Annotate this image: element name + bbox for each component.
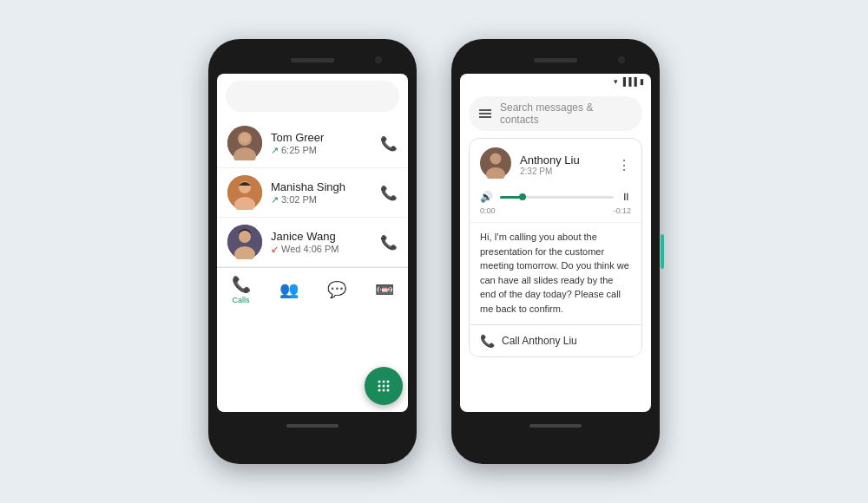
fab-button[interactable] — [365, 367, 403, 405]
left-phone-top-bar — [217, 51, 408, 69]
left-phone-camera — [375, 56, 382, 63]
audio-player: 🔊 ⏸ 0:00 -0:12 — [470, 187, 641, 222]
avatar — [480, 147, 511, 182]
contact-info: Tom Greer ↗ 6:25 PM — [271, 131, 372, 156]
contact-info: Manisha Singh ↗ 3:02 PM — [271, 180, 372, 206]
signal-icon: ▐▐▐ — [621, 77, 637, 86]
call-button[interactable]: 📞 — [380, 135, 398, 152]
nav-calls-label: Calls — [232, 296, 249, 304]
call-button[interactable]: 📞 — [380, 185, 398, 201]
right-phone-top-bar — [460, 51, 651, 69]
svg-point-16 — [378, 389, 381, 392]
messages-icon: 💬 — [327, 280, 346, 299]
pause-button[interactable]: ⏸ — [621, 191, 631, 203]
bottom-nav: 📞 Calls 👥 💬 📼 — [217, 267, 408, 308]
svg-point-13 — [378, 385, 381, 388]
svg-point-12 — [387, 381, 390, 383]
audio-current-time: 0:00 — [480, 206, 496, 215]
calls-icon: 📞 — [232, 275, 251, 294]
right-search-bar[interactable]: Search messages & contacts — [469, 96, 642, 131]
audio-controls: 🔊 ⏸ — [480, 191, 631, 203]
message-contact-name: Anthony Liu — [520, 154, 608, 167]
janice-wang-avatar-svg — [227, 225, 262, 259]
svg-point-8 — [239, 231, 251, 243]
outgoing-call-icon: ↗ — [271, 145, 279, 156]
tom-greer-avatar-svg — [227, 126, 262, 160]
right-phone-speaker — [534, 58, 577, 62]
phones-container: Tom Greer ↗ 6:25 PM 📞 — [208, 39, 660, 464]
audio-remaining-time: -0:12 — [613, 206, 631, 215]
left-phone: Tom Greer ↗ 6:25 PM 📞 — [208, 39, 417, 464]
contact-name: Manisha Singh — [271, 180, 372, 193]
nav-item-voicemail[interactable]: 📼 — [375, 280, 394, 299]
svg-point-15 — [387, 385, 390, 388]
contacts-icon: 👥 — [279, 280, 299, 299]
audio-progress-bar[interactable] — [500, 196, 614, 199]
volume-icon[interactable]: 🔊 — [480, 191, 493, 203]
menu-icon[interactable] — [479, 109, 491, 118]
nav-item-calls[interactable]: 📞 Calls — [232, 275, 251, 304]
left-phone-speaker — [291, 58, 334, 62]
contact-name: Tom Greer — [271, 131, 372, 144]
right-phone-bottom-bar — [460, 417, 651, 434]
svg-point-18 — [387, 389, 390, 392]
left-search-bar[interactable] — [226, 81, 399, 112]
contact-name: Janice Wang — [271, 230, 372, 243]
audio-progress-fill — [500, 196, 523, 199]
list-item[interactable]: Tom Greer ↗ 6:25 PM 📞 — [217, 119, 408, 168]
call-action-text: Call Anthony Liu — [502, 335, 577, 347]
call-action-icon: 📞 — [480, 334, 495, 348]
anthony-liu-avatar — [480, 147, 511, 179]
contact-list: Tom Greer ↗ 6:25 PM 📞 — [217, 119, 408, 267]
battery-icon: ▮ — [640, 77, 644, 86]
contact-time: ↗ 3:02 PM — [271, 194, 372, 206]
call-action[interactable]: 📞 Call Anthony Liu — [470, 324, 641, 356]
missed-call-icon: ↙ — [271, 244, 279, 255]
contact-info: Janice Wang ↙ Wed 4:06 PM — [271, 230, 372, 255]
right-phone-screen: ▾ ▐▐▐ ▮ Search messages & contacts — [460, 74, 651, 412]
outgoing-call-icon: ↗ — [271, 194, 279, 206]
manisha-singh-avatar-svg — [227, 175, 262, 210]
wifi-icon: ▾ — [614, 77, 618, 86]
dialpad-icon — [375, 377, 392, 395]
avatar — [227, 175, 262, 210]
search-placeholder: Search messages & contacts — [500, 101, 632, 126]
audio-timestamps: 0:00 -0:12 — [480, 206, 631, 215]
home-bar — [286, 424, 339, 428]
message-header: Anthony Liu 2:32 PM ⋮ — [470, 139, 641, 187]
left-phone-bottom-bar — [217, 417, 408, 434]
status-bar: ▾ ▐▐▐ ▮ — [460, 74, 651, 89]
avatar — [227, 225, 262, 259]
message-time: 2:32 PM — [520, 167, 608, 176]
contact-time: ↙ Wed 4:06 PM — [271, 244, 372, 255]
svg-point-17 — [383, 389, 385, 392]
voicemail-icon: 📼 — [375, 280, 394, 299]
more-options-icon[interactable]: ⋮ — [617, 157, 631, 173]
svg-point-10 — [378, 381, 381, 383]
home-bar — [529, 424, 582, 428]
nav-item-messages[interactable]: 💬 — [327, 280, 346, 299]
svg-point-14 — [383, 385, 385, 388]
nav-item-contacts[interactable]: 👥 — [279, 280, 299, 299]
list-item[interactable]: Manisha Singh ↗ 3:02 PM 📞 — [217, 168, 408, 218]
message-card: Anthony Liu 2:32 PM ⋮ 🔊 ⏸ 0: — [469, 138, 642, 357]
avatar — [227, 126, 262, 160]
right-phone: ▾ ▐▐▐ ▮ Search messages & contacts — [451, 39, 660, 464]
svg-point-11 — [383, 381, 385, 383]
svg-point-3 — [240, 133, 250, 143]
list-item[interactable]: Janice Wang ↙ Wed 4:06 PM 📞 — [217, 218, 408, 267]
left-phone-screen: Tom Greer ↗ 6:25 PM 📞 — [217, 74, 408, 412]
call-button[interactable]: 📞 — [380, 234, 398, 251]
message-text: Hi, I'm calling you about the presentati… — [470, 222, 641, 324]
message-contact-info: Anthony Liu 2:32 PM — [520, 154, 608, 176]
right-phone-camera — [618, 56, 625, 63]
svg-point-20 — [490, 154, 502, 165]
contact-time: ↗ 6:25 PM — [271, 145, 372, 156]
